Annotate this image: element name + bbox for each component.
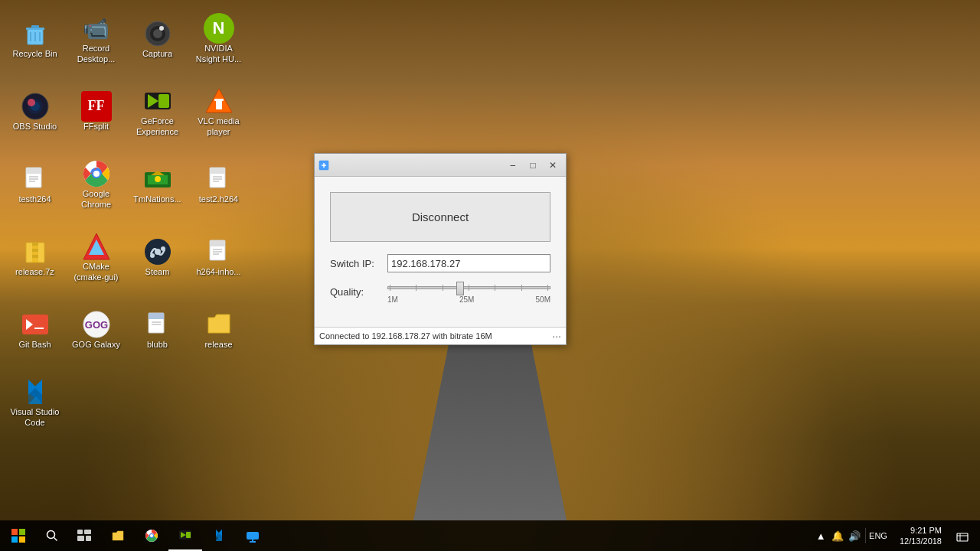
desktop-icon-chrome[interactable]: Google Chrome — [67, 152, 125, 217]
geforce-label: GeForce Experience — [132, 116, 183, 136]
status-menu-button[interactable]: ··· — [552, 330, 561, 342]
svg-rect-41 — [32, 249, 38, 252]
tray-expand[interactable]: ▲ — [813, 520, 828, 551]
desktop-icon-gog[interactable]: GOG GOG Galaxy — [67, 297, 125, 362]
git-bash-label: Git Bash — [18, 340, 51, 350]
svg-rect-86 — [186, 532, 191, 538]
chrome-label: Google Chrome — [70, 189, 122, 209]
taskbar-time-display: 9:21 PM — [900, 525, 942, 536]
release7z-label: release.7z — [15, 267, 54, 277]
tick-7 — [547, 285, 548, 291]
taskbar-file-explorer[interactable] — [101, 520, 135, 551]
vscode-label: Visual Studio Code — [9, 407, 60, 427]
taskbar-clock[interactable]: 9:21 PM 12/13/2018 — [893, 523, 948, 549]
dialog-titlebar[interactable]: ‒ □ ✕ — [315, 154, 566, 177]
desktop-icon-geforce[interactable]: GeForce Experience — [129, 79, 186, 144]
svg-rect-79 — [77, 536, 84, 541]
svg-rect-34 — [210, 168, 225, 174]
search-button[interactable] — [37, 520, 67, 551]
recycle-bin-label: Recycle Bin — [12, 49, 57, 59]
quality-label: Quality: — [330, 286, 387, 298]
desktop: Recycle Bin 📹 Record Desktop... Captura … — [0, 0, 980, 551]
ffsplit-label: FFsplit — [83, 122, 109, 132]
desktop-icon-captura[interactable]: Captura — [129, 6, 186, 71]
taskbar-date-display: 12/13/2018 — [900, 536, 942, 546]
taskbar-network[interactable] — [236, 520, 270, 551]
slider-track — [387, 280, 550, 295]
desktop-icon-recycle-bin[interactable]: Recycle Bin — [6, 6, 64, 71]
vlc-label: VLC media player — [193, 116, 244, 136]
language-indicator: ENG — [869, 531, 887, 540]
status-text: Connected to 192.168.178.27 with bitrate… — [319, 331, 492, 341]
svg-rect-16 — [158, 94, 169, 108]
svg-point-46 — [155, 249, 161, 255]
switch-ip-input[interactable] — [387, 254, 550, 272]
slider-labels: 1M 25M 50M — [387, 295, 550, 304]
taskbar-notification-center[interactable] — [951, 520, 974, 551]
slider-bg — [387, 286, 550, 289]
quality-row: Quality: — [330, 280, 550, 304]
desktop-icon-ffsplit[interactable]: FF FFsplit — [67, 79, 125, 144]
taskbar-task-view[interactable] — [67, 520, 101, 551]
svg-rect-77 — [77, 530, 83, 534]
svg-rect-78 — [84, 530, 91, 534]
svg-rect-73 — [11, 536, 18, 543]
captura-label: Captura — [142, 49, 172, 59]
start-button[interactable] — [0, 520, 37, 551]
svg-point-13 — [28, 99, 35, 106]
svg-rect-80 — [86, 536, 91, 541]
taskbar-vscode[interactable] — [202, 520, 236, 551]
steam-label: Steam — [145, 267, 170, 277]
tray-volume[interactable]: 🔊 — [847, 520, 862, 551]
minimize-button[interactable]: ‒ — [503, 157, 523, 174]
tick-1 — [390, 285, 390, 291]
svg-point-28 — [93, 171, 100, 177]
desktop-icon-vscode[interactable]: Visual Studio Code — [6, 370, 64, 435]
desktop-icon-vlc[interactable]: VLC media player — [190, 79, 247, 144]
desktop-icon-h264-inho[interactable]: h264-inho... — [190, 224, 247, 289]
desktop-icon-steam[interactable]: Steam — [129, 224, 186, 289]
svg-rect-95 — [957, 533, 968, 541]
svg-point-32 — [155, 176, 161, 182]
tray-notification[interactable]: 🔔 — [830, 520, 845, 551]
test2h264-label: test2.h264 — [199, 194, 238, 204]
svg-rect-50 — [210, 240, 225, 246]
tick-5 — [495, 285, 495, 291]
system-tray: ▲ 🔔 🔊 — [810, 520, 865, 551]
release-label: release — [204, 340, 232, 350]
tmnations-label: TmNations... — [133, 194, 181, 204]
blubb-label: blubb — [147, 340, 168, 350]
slider-min-label: 1M — [387, 295, 398, 304]
svg-point-9 — [159, 26, 164, 31]
close-button[interactable]: ✕ — [543, 157, 563, 174]
testh264-label: testh264 — [18, 194, 51, 204]
svg-rect-21 — [26, 168, 41, 174]
dialog-controls: ‒ □ ✕ — [503, 157, 563, 174]
desktop-icon-release7z[interactable]: release.7z — [6, 224, 64, 289]
desktop-icon-git-bash[interactable]: Git Bash — [6, 297, 64, 362]
svg-text:GOG: GOG — [84, 319, 107, 331]
desktop-icon-nvidia[interactable]: N NVIDIA Nsight HU... — [190, 6, 247, 71]
record-desktop-label: Record Desktop... — [70, 44, 122, 64]
disconnect-button[interactable]: Disconnect — [330, 192, 550, 242]
gog-label: GOG Galaxy — [72, 340, 120, 350]
svg-rect-19 — [214, 99, 224, 101]
taskbar-chrome[interactable] — [135, 520, 168, 551]
svg-line-76 — [54, 538, 57, 541]
desktop-icon-record-desktop[interactable]: 📹 Record Desktop... — [67, 6, 125, 71]
slider-thumb[interactable] — [456, 282, 464, 295]
desktop-icon-test2h264[interactable]: test2.h264 — [190, 152, 247, 217]
switch-ip-row: Switch IP: — [330, 254, 550, 272]
maximize-button[interactable]: □ — [523, 157, 543, 174]
desktop-icon-cmake[interactable]: CMake (cmake-gui) — [67, 224, 125, 289]
desktop-icon-release[interactable]: release — [190, 297, 247, 362]
desktop-icon-tmnations[interactable]: TmNations... — [129, 152, 186, 217]
taskbar-geforce[interactable] — [168, 520, 202, 551]
slider-max-label: 50M — [536, 295, 550, 304]
desktop-icon-testh264[interactable]: testh264 — [6, 152, 64, 217]
desktop-icon-obs[interactable]: OBS Studio — [6, 79, 64, 144]
desktop-icon-blubb[interactable]: blubb — [129, 297, 186, 362]
dialog-body: Disconnect Switch IP: Quality: — [315, 177, 566, 327]
status-bar: Connected to 192.168.178.27 with bitrate… — [315, 327, 566, 344]
tick-4 — [469, 285, 469, 291]
